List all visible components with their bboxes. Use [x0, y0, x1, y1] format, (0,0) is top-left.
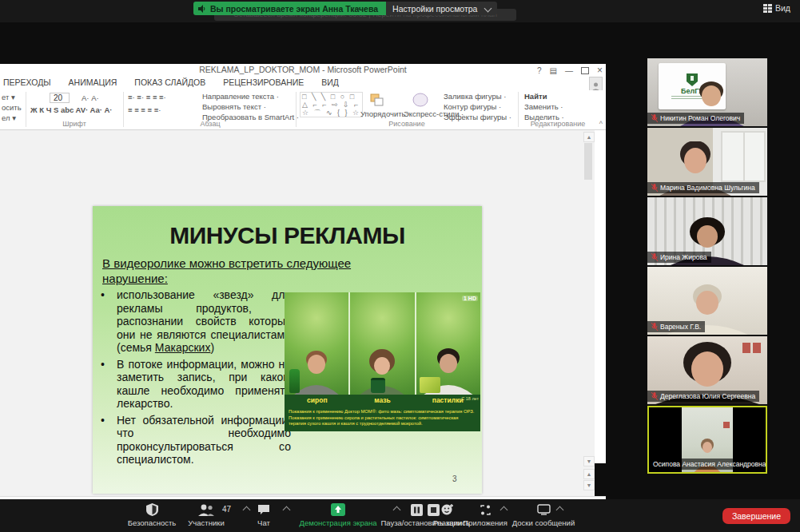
participant-tile[interactable]: Дереглазова Юлия Сергеевна — [647, 336, 767, 404]
font-size-select[interactable]: 20 — [50, 93, 70, 103]
align-text-button[interactable]: Выровнять текст · — [202, 102, 266, 111]
share-screen-icon — [331, 503, 345, 516]
ointment-jar — [371, 378, 385, 393]
screen-share-banner: Вы просматриваете экран Анна Ткачева Нас… — [193, 2, 497, 15]
slide-canvas: МИНУСЫ РЕКЛАМЫ В видеоролике можно встре… — [0, 130, 595, 496]
apps-icon — [480, 504, 492, 516]
participant-name: Дереглазова Юлия Сергеевна — [660, 392, 755, 400]
participant-tile[interactable]: БелГУ Никитин Роман Олегович — [647, 58, 767, 126]
bullet-item: • использование «звезд» для рекламы прод… — [101, 288, 291, 355]
security-button[interactable]: Безопасность — [121, 502, 182, 527]
participant-name-bar: Дереглазова Юлия Сергеевна — [647, 391, 759, 402]
ribbon-fragment-3[interactable]: ел ▾ — [2, 113, 16, 122]
shape-fill-button[interactable]: Заливка фигуры · — [444, 92, 506, 101]
syrup-bottle — [289, 369, 300, 393]
restore-button[interactable] — [581, 67, 589, 74]
watching-screen-banner: Вы просматриваете экран Анна Ткачева — [193, 2, 386, 15]
participant-tile[interactable]: Ирина Жирова — [647, 197, 767, 265]
text-direction-button[interactable]: Направление текста · — [202, 92, 279, 101]
chat-button[interactable]: Чат — [249, 502, 278, 527]
ad-panel-girl — [350, 292, 414, 395]
end-meeting-button[interactable]: Завершение — [722, 508, 790, 524]
participants-button[interactable]: Участники 47 — [177, 502, 235, 527]
participant-tile-active-speaker[interactable]: Осипова Анастасия Александровна — [647, 406, 767, 474]
chat-caret[interactable] — [283, 506, 291, 514]
font-style-buttons[interactable]: Ж К Ч S abc AV· Aa· А· — [30, 105, 113, 114]
collapse-ribbon-button[interactable]: ^ — [599, 120, 603, 128]
speaker-icon — [198, 5, 206, 13]
editing-group: Найти Заменить · Выделить · Редактирован… — [521, 90, 595, 129]
editing-group-label: Редактирование — [521, 120, 595, 128]
product-label-syrup: сироп — [285, 395, 350, 407]
view-settings-button[interactable]: Настройки просмотра — [386, 2, 497, 15]
ad-caption: Показания к применению Доктор МОМ®: фито… — [285, 407, 480, 431]
slide-subtitle: В видеоролике можно встретить следующее … — [102, 256, 358, 287]
security-label: Безопасность — [121, 518, 182, 527]
bullet-item: • Нет обязательной информации, что необх… — [101, 414, 291, 466]
participant-name: Ирина Жирова — [660, 253, 707, 261]
powerpoint-window: REKLAMA_LP_DOKTOR_MOM - Microsoft PowerP… — [0, 64, 606, 463]
align-buttons[interactable]: ≡ ≡ ≡ ≡ ≡· — [128, 105, 161, 114]
whiteboards-label: Доски сообщений — [503, 518, 583, 527]
close-button[interactable]: × — [597, 65, 603, 76]
help-button[interactable]: ? — [537, 66, 542, 75]
tab-animation[interactable]: АНИМАЦИЯ — [69, 77, 117, 87]
minimize-button[interactable]: — — [565, 66, 573, 75]
slide[interactable]: МИНУСЫ РЕКЛАМЫ В видеоролике можно встре… — [93, 206, 482, 494]
participants-count: 47 — [222, 505, 231, 514]
age-restriction-note: С 18 лет — [461, 396, 479, 401]
view-settings-label: Настройки просмотра — [392, 4, 477, 14]
ad-panel-boy — [285, 292, 348, 395]
participant-name: Осипова Анастасия Александровна — [653, 460, 766, 468]
shield-icon — [146, 503, 158, 516]
bullet-text-underlined: Макарских — [155, 341, 211, 354]
slide-title: МИНУСЫ РЕКЛАМЫ — [93, 222, 482, 249]
arrange-button[interactable]: Упорядочить — [360, 109, 406, 118]
bullet-text: Нет обязательной информации, что необход… — [117, 414, 291, 466]
replace-button[interactable]: Заменить · — [524, 102, 563, 111]
next-slide-button[interactable]: ▼ — [583, 480, 595, 490]
font-grow-shrink-buttons[interactable]: А· А· — [82, 93, 99, 102]
participant-name-bar: Никитин Роман Олегович — [647, 113, 744, 124]
previous-slide-button[interactable]: ▲ — [583, 469, 595, 479]
view-button[interactable]: Вид — [763, 3, 790, 13]
drawing-group: □ ╲ ╲ □ ○ □ △ ⌐ ⌐ ⇨ ⇩ ⌐ ☆ ⌒ ∿ { } ☆ Упор… — [298, 90, 515, 129]
ribbon-tabs: ПЕРЕХОДЫ АНИМАЦИЯ ПОКАЗ СЛАЙДОВ РЕЦЕНЗИР… — [3, 77, 339, 87]
bullet-item: • В потоке информации, можно не заметить… — [101, 358, 291, 411]
scrollbar-thumb[interactable] — [584, 143, 592, 180]
list-buttons[interactable]: ≡· ≡· ≡ ≡ ≡· — [128, 93, 166, 101]
scroll-up-button[interactable]: ▲ — [583, 132, 595, 142]
drawing-group-label: Рисование — [298, 120, 515, 128]
shapes-row: ☆ ⌒ ∿ { } ☆ — [302, 109, 360, 117]
ad-product-labels: сироп мазь пастилки — [285, 395, 480, 407]
whiteboards-button[interactable]: Доски сообщений — [503, 502, 583, 527]
participant-name-bar: Марина Вадимовна Шульгина — [647, 182, 759, 193]
participant-name-bar: Вареных Г.В. — [647, 321, 705, 332]
participant-name: Марина Вадимовна Шульгина — [660, 184, 755, 192]
scroll-down-button[interactable]: ▼ — [583, 456, 595, 466]
participant-name: Никитин Роман Олегович — [660, 114, 740, 122]
tab-transitions[interactable]: ПЕРЕХОДЫ — [3, 77, 51, 87]
slide-bullets: • использование «звезд» для рекламы прод… — [101, 288, 291, 470]
chevron-down-icon — [484, 5, 492, 13]
tv-channel-logo: 1 HD — [462, 296, 478, 301]
watching-screen-label: Вы просматриваете экран Анна Ткачева — [210, 4, 378, 14]
shapes-gallery[interactable]: □ ╲ ╲ □ ○ □ △ ⌐ ⌐ ⇨ ⇩ ⌐ ☆ ⌒ ∿ { } ☆ — [300, 92, 363, 117]
ribbon-options-button[interactable]: ▤ — [550, 66, 557, 75]
participant-tile[interactable]: Марина Вадимовна Шульгина — [647, 128, 767, 196]
chat-icon — [257, 504, 270, 515]
product-label-ointment: мазь — [350, 395, 416, 407]
shapes-row: △ ⌐ ⌐ ⇨ ⇩ ⌐ — [302, 101, 360, 109]
tab-slideshow[interactable]: ПОКАЗ СЛАЙДОВ — [134, 77, 205, 87]
tab-review[interactable]: РЕЦЕНЗИРОВАНИЕ — [223, 77, 304, 87]
ribbon-fragment-2[interactable]: осить — [2, 103, 22, 112]
mic-muted-icon — [651, 323, 658, 331]
participant-tile[interactable]: Вареных Г.В. — [647, 267, 767, 335]
arrange-icon — [368, 93, 384, 108]
find-button[interactable]: Найти — [524, 92, 547, 101]
ribbon: ет ▾ осить ел ▾ 20 А· А· Ж К Ч S abc AV·… — [0, 90, 606, 130]
mic-muted-icon — [651, 392, 658, 400]
tab-view[interactable]: ВИД — [321, 77, 339, 87]
shape-outline-button[interactable]: Контур фигуры · — [444, 102, 501, 111]
ribbon-fragment-1[interactable]: ет ▾ — [2, 93, 15, 101]
